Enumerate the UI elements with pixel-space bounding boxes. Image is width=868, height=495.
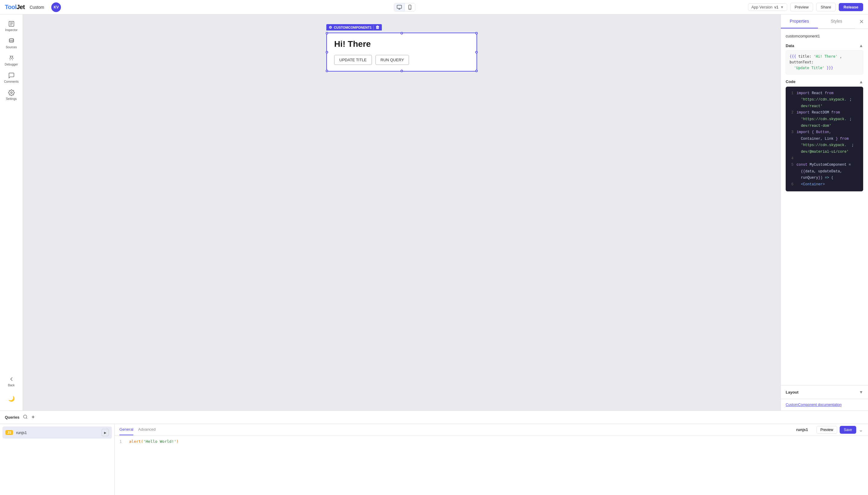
- main-layout: Inspector Sources Debugger Comments Sett…: [0, 15, 868, 410]
- share-button[interactable]: Share: [816, 3, 836, 12]
- layout-section-header[interactable]: Layout ▼: [781, 385, 868, 399]
- query-preview-button[interactable]: Preview: [816, 426, 837, 434]
- component-title: Hi! There: [334, 39, 469, 49]
- query-run-button[interactable]: ▶: [102, 429, 109, 436]
- device-toggle-group: [394, 3, 415, 12]
- queries-add-button[interactable]: +: [31, 414, 35, 421]
- sidebar-item-sources[interactable]: Sources: [2, 35, 21, 51]
- component-id: customcomponent1: [786, 34, 863, 38]
- data-code-title-value: 'Hi! There': [814, 54, 837, 58]
- query-save-button[interactable]: Save: [840, 426, 856, 434]
- tab-properties[interactable]: Properties: [781, 15, 818, 28]
- resize-handle-bm[interactable]: [401, 70, 403, 72]
- moon-icon: 🌙: [8, 395, 15, 402]
- query-badge: JS: [5, 430, 13, 435]
- settings-icon: [8, 89, 15, 96]
- preview-button[interactable]: Preview: [790, 3, 813, 12]
- resize-handle-tl[interactable]: [326, 32, 328, 34]
- layout-chevron-down-icon: ▼: [859, 390, 863, 394]
- app-version-value: v1: [774, 5, 778, 10]
- code-editor-section: 1 import React from 'https://cdn.skypack…: [786, 87, 863, 192]
- layout-title: Layout: [786, 390, 799, 394]
- tab-advanced[interactable]: Advanced: [138, 424, 156, 435]
- data-code-btn-value: 'Update Title': [790, 66, 825, 70]
- component-label-bar: ⚙ CUSTOMCOMPONENT1 🗑: [326, 24, 382, 31]
- query-actions: Preview Save ⌄: [816, 426, 863, 434]
- run-query-button[interactable]: RUN QUERY: [375, 55, 409, 65]
- sidebar-item-inspector[interactable]: Inspector: [2, 18, 21, 34]
- queries-list: JS runjs1 ▶: [0, 424, 114, 495]
- app-version-label: App Version: [751, 5, 773, 10]
- release-button[interactable]: Release: [839, 3, 863, 11]
- component-label-text: CUSTOMCOMPONENT1: [334, 25, 372, 29]
- resize-handle-bl[interactable]: [326, 70, 328, 72]
- query-editor: General Advanced runjs1 Preview Save ⌄ 1…: [114, 424, 868, 495]
- code-line-3b: Container, Link } from: [789, 136, 860, 142]
- search-icon: [23, 414, 28, 419]
- query-editor-name: runjs1: [796, 427, 808, 432]
- tab-styles[interactable]: Styles: [818, 15, 855, 28]
- code-line-4: 4: [789, 155, 860, 162]
- sources-icon: [8, 38, 15, 45]
- query-code-text: alert('Hello World!'): [129, 439, 179, 444]
- delete-icon[interactable]: 🗑: [375, 25, 379, 30]
- svg-point-11: [11, 92, 12, 93]
- app-version-selector[interactable]: App Version v1 ▼: [748, 3, 787, 11]
- data-section-header[interactable]: Data ▲: [786, 43, 863, 48]
- resize-handle-br[interactable]: [475, 70, 478, 72]
- sidebar-item-label: Inspector: [5, 28, 17, 32]
- close-panel-button[interactable]: ✕: [855, 15, 868, 29]
- tab-general[interactable]: General: [120, 424, 133, 435]
- query-expand-button[interactable]: ⌄: [858, 426, 863, 434]
- sidebar-item-debugger[interactable]: Debugger: [2, 52, 21, 69]
- dark-mode-toggle[interactable]: 🌙: [2, 393, 21, 405]
- component-wrapper: ⚙ CUSTOMCOMPONENT1 🗑 Hi! There: [326, 33, 477, 71]
- sidebar-item-label: Back: [8, 383, 15, 387]
- desktop-view-button[interactable]: [394, 3, 405, 11]
- data-code-block[interactable]: {{{ title: 'Hi! There' , buttonText: 'Up…: [786, 50, 863, 74]
- queries-search-button[interactable]: [23, 414, 28, 421]
- svg-point-12: [23, 415, 27, 418]
- right-panel-content: customcomponent1 Data ▲ {{{ title: 'Hi! …: [781, 29, 868, 385]
- logo: ToolJet: [5, 4, 25, 11]
- queries-label: Queries: [5, 415, 19, 420]
- query-code-line-1: 1 alert('Hello World!'): [120, 439, 863, 444]
- code-line-5: 5 const MyCustomComponent =: [789, 162, 860, 168]
- sidebar-item-comments[interactable]: Comments: [2, 70, 21, 86]
- code-line-2b: 'https://cdn.skypack. dev/react-dom';: [789, 116, 860, 129]
- avatar: KV: [51, 2, 61, 12]
- sidebar-item-settings[interactable]: Settings: [2, 87, 21, 103]
- mobile-view-button[interactable]: [405, 3, 415, 11]
- data-code-close-brace: }}}: [827, 66, 833, 70]
- code-line-1: 1 import React from: [789, 90, 860, 97]
- code-line-6: 6 <Container>: [789, 182, 860, 188]
- canvas-area: ⚙ CUSTOMCOMPONENT1 🗑 Hi! There: [23, 15, 781, 410]
- update-title-button[interactable]: UPDATE TITLE: [334, 55, 372, 65]
- sidebar-item-label: Sources: [6, 46, 17, 49]
- gear-icon: ⚙: [329, 25, 332, 30]
- sidebar-item-back[interactable]: Back: [2, 373, 21, 389]
- sidebar-item-label: Settings: [6, 97, 17, 101]
- data-code-title-key: title:: [798, 54, 814, 58]
- svg-rect-0: [397, 5, 402, 8]
- code-section-title: Code: [786, 79, 796, 84]
- resize-handle-ml[interactable]: [326, 51, 328, 53]
- bottom-content: JS runjs1 ▶ General Advanced runjs1 Prev…: [0, 424, 868, 495]
- left-sidebar: Inspector Sources Debugger Comments Sett…: [0, 15, 23, 410]
- code-section-header[interactable]: Code ▲: [786, 79, 863, 84]
- doc-link[interactable]: CustomComponent documentation: [781, 399, 868, 410]
- bottom-panel: Queries + JS runjs1 ▶ General Advanced r…: [0, 410, 868, 495]
- query-code-editor[interactable]: 1 alert('Hello World!'): [114, 436, 868, 495]
- code-editor-block[interactable]: 1 import React from 'https://cdn.skypack…: [786, 87, 863, 192]
- query-item-runjs1[interactable]: JS runjs1 ▶: [2, 426, 112, 439]
- data-chevron-up-icon: ▲: [859, 43, 863, 48]
- comments-icon: [8, 72, 15, 79]
- resize-handle-tr[interactable]: [475, 32, 478, 34]
- query-name: runjs1: [16, 430, 99, 435]
- right-panel: Properties Styles ✕ customcomponent1 Dat…: [781, 15, 868, 410]
- resize-handle-mr[interactable]: [475, 51, 478, 53]
- resize-handle-tm[interactable]: [401, 32, 403, 34]
- code-chevron-up-icon: ▲: [859, 79, 863, 84]
- code-line-1b: 'https://cdn.skypack. dev/react';: [789, 97, 860, 109]
- code-line-5b: ({data, updateData,: [789, 168, 860, 175]
